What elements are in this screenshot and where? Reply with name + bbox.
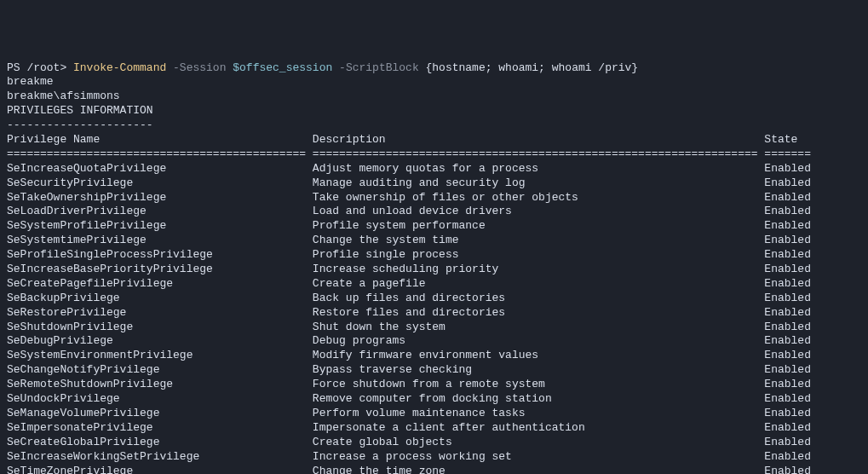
priv-row: SeRestorePrivilege Restore files and dir… — [7, 306, 861, 321]
variable-session: $offsec_session — [233, 61, 332, 74]
param-scriptblock: -ScriptBlock — [332, 61, 425, 74]
output-hostname: breakme — [7, 75, 861, 90]
col-headers: Privilege Name Description State — [7, 133, 861, 147]
priv-row: SeImpersonatePrivilege Impersonate a cli… — [7, 421, 861, 436]
priv-row: SeDebugPrivilege Debug programs Enabled — [7, 334, 861, 349]
priv-row: SeUndockPrivilege Remove computer from d… — [7, 392, 861, 407]
priv-row: SeTakeOwnershipPrivilege Take ownership … — [7, 191, 861, 205]
priv-row: SeProfileSingleProcessPrivilege Profile … — [7, 248, 861, 263]
priv-row: SeCreatePagefilePrivilege Create a pagef… — [7, 277, 861, 292]
priv-header-underline: ---------------------- — [7, 118, 861, 133]
cmdlet-name: Invoke-Command — [73, 61, 166, 74]
priv-row: SeCreateGlobalPrivilege Create global ob… — [7, 436, 861, 450]
priv-row: SeLoadDriverPrivilege Load and unload de… — [7, 205, 861, 219]
priv-row: SeChangeNotifyPrivilege Bypass traverse … — [7, 363, 861, 378]
priv-row: SeIncreaseBasePriorityPrivilege Increase… — [7, 263, 861, 277]
col-underline: ========================================… — [7, 147, 861, 162]
priv-row: SeShutdownPrivilege Shut down the system… — [7, 321, 861, 335]
command-line-1: PS /root> Invoke-Command -Session $offse… — [7, 61, 861, 76]
scriptblock-content: {hostname; whoami; whoami /priv} — [426, 61, 639, 74]
priv-row: SeBackupPrivilege Back up files and dire… — [7, 292, 861, 306]
priv-row: SeTimeZonePrivilege Change the time zone… — [7, 465, 861, 475]
priv-table-body: SeIncreaseQuotaPrivilege Adjust memory q… — [7, 162, 861, 474]
terminal-output[interactable]: PS /root> Invoke-Command -Session $offse… — [7, 61, 861, 474]
param-session: -Session — [166, 61, 233, 74]
priv-row: SeIncreaseQuotaPrivilege Adjust memory q… — [7, 162, 861, 176]
priv-row: SeManageVolumePrivilege Perform volume m… — [7, 407, 861, 421]
prompt-label: PS /root> — [7, 61, 73, 74]
priv-row: SeSystemProfilePrivilege Profile system … — [7, 219, 861, 234]
output-whoami: breakme\afsimmons — [7, 90, 861, 104]
priv-row: SeSystemtimePrivilege Change the system … — [7, 234, 861, 248]
priv-header-title: PRIVILEGES INFORMATION — [7, 104, 861, 118]
priv-row: SeIncreaseWorkingSetPrivilege Increase a… — [7, 450, 861, 465]
priv-row: SeRemoteShutdownPrivilege Force shutdown… — [7, 378, 861, 392]
priv-row: SeSystemEnvironmentPrivilege Modify firm… — [7, 349, 861, 363]
priv-row: SeSecurityPrivilege Manage auditing and … — [7, 176, 861, 191]
